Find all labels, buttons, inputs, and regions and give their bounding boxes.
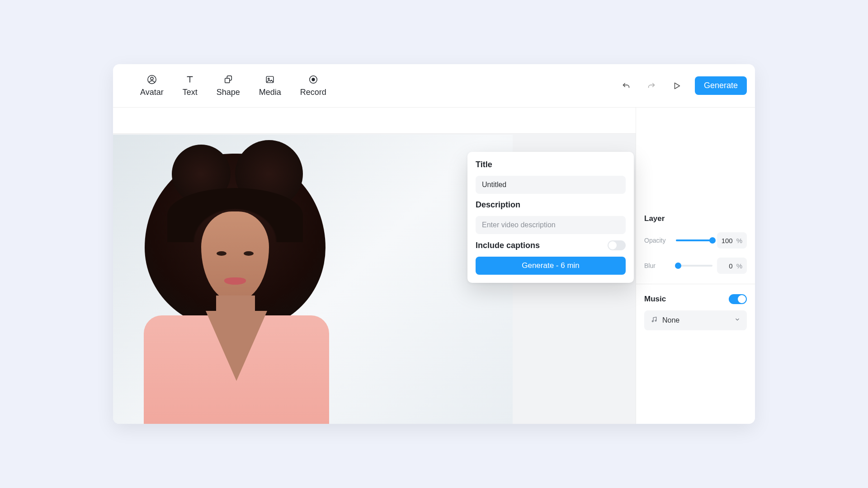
blur-value-num: 0 bbox=[729, 262, 732, 270]
opacity-value[interactable]: 100 % bbox=[717, 232, 747, 249]
svg-point-7 bbox=[652, 321, 653, 322]
opacity-unit: % bbox=[736, 237, 742, 244]
toolbar-tools: Avatar Text Shape bbox=[140, 74, 326, 97]
captions-row: Include captions bbox=[476, 240, 626, 250]
main-area: Layer Opacity 100 % Blur bbox=[113, 108, 755, 424]
redo-button[interactable] bbox=[644, 79, 659, 93]
generate-button[interactable]: Generate bbox=[695, 76, 747, 95]
blur-value[interactable]: 0 % bbox=[717, 258, 747, 274]
svg-point-1 bbox=[151, 77, 153, 80]
svg-rect-2 bbox=[225, 78, 229, 83]
popup-description-label: Description bbox=[476, 200, 626, 210]
captions-label: Include captions bbox=[476, 241, 540, 250]
layer-section-title: Layer bbox=[644, 214, 747, 223]
tool-record[interactable]: Record bbox=[300, 74, 326, 97]
blur-row: Blur 0 % bbox=[644, 258, 747, 274]
generate-confirm-button[interactable]: Generate - 6 min bbox=[476, 257, 626, 275]
media-icon bbox=[264, 74, 275, 85]
svg-point-8 bbox=[655, 320, 656, 321]
music-dropdown-value: None bbox=[662, 316, 679, 324]
record-icon bbox=[308, 74, 319, 85]
topbar-right: Generate bbox=[619, 76, 747, 95]
avatar-icon bbox=[146, 74, 157, 85]
tool-shape[interactable]: Shape bbox=[217, 74, 240, 97]
play-button[interactable] bbox=[670, 79, 684, 93]
music-label: Music bbox=[644, 295, 666, 304]
generate-popup: Title Description Include captions Gener… bbox=[467, 152, 634, 283]
music-dropdown[interactable]: None bbox=[644, 310, 747, 330]
blur-unit: % bbox=[736, 262, 742, 270]
app-window: Avatar Text Shape bbox=[113, 64, 755, 424]
topbar: Avatar Text Shape bbox=[113, 64, 755, 108]
title-input[interactable] bbox=[476, 176, 626, 194]
captions-toggle[interactable] bbox=[608, 240, 626, 250]
popup-title-label: Title bbox=[476, 160, 626, 169]
video-stage[interactable] bbox=[113, 135, 513, 424]
tool-avatar-label: Avatar bbox=[140, 88, 164, 97]
opacity-row: Opacity 100 % bbox=[644, 232, 747, 249]
music-toggle[interactable] bbox=[729, 294, 747, 304]
tool-avatar[interactable]: Avatar bbox=[140, 74, 164, 97]
canvas-strip bbox=[113, 108, 636, 134]
svg-point-4 bbox=[268, 78, 269, 80]
svg-point-6 bbox=[312, 78, 315, 81]
opacity-value-num: 100 bbox=[722, 237, 733, 244]
tool-media-label: Media bbox=[259, 88, 281, 97]
tool-text[interactable]: Text bbox=[183, 74, 198, 97]
blur-slider[interactable] bbox=[676, 265, 712, 267]
properties-panel: Layer Opacity 100 % Blur bbox=[636, 108, 755, 424]
chevron-down-icon bbox=[734, 316, 741, 324]
undo-button[interactable] bbox=[619, 79, 633, 93]
description-input[interactable] bbox=[476, 216, 626, 234]
tool-media[interactable]: Media bbox=[259, 74, 281, 97]
text-icon bbox=[184, 74, 195, 85]
opacity-slider[interactable] bbox=[676, 239, 712, 241]
shape-icon bbox=[223, 74, 234, 85]
avatar-figure[interactable] bbox=[113, 144, 362, 424]
blur-label: Blur bbox=[644, 262, 671, 269]
music-row: Music bbox=[644, 294, 747, 304]
music-note-icon bbox=[651, 316, 658, 325]
tool-record-label: Record bbox=[300, 88, 326, 97]
tool-text-label: Text bbox=[183, 88, 198, 97]
opacity-label: Opacity bbox=[644, 237, 671, 244]
tool-shape-label: Shape bbox=[217, 88, 240, 97]
